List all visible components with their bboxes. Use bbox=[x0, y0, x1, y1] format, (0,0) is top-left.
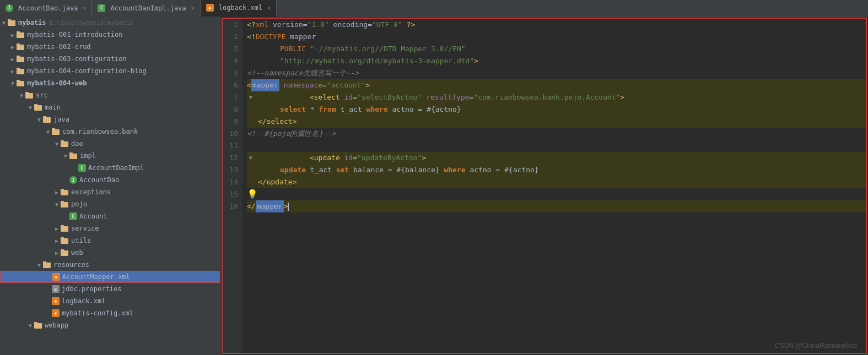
t2: encoding= bbox=[329, 19, 372, 31]
sidebar-item-webapp[interactable]: ▼ webapp bbox=[0, 319, 220, 331]
root-arrow: ▼ bbox=[0, 20, 8, 26]
tag-update: update bbox=[314, 152, 340, 164]
v-id: "selectByActno" bbox=[357, 91, 422, 103]
xml-icon-account-mapper: ✱ bbox=[52, 273, 60, 281]
sql-balance: balance = #{balance} bbox=[349, 164, 444, 176]
folder-icon-pojo bbox=[61, 201, 69, 207]
tab-logback-close[interactable]: ✕ bbox=[267, 5, 271, 11]
sidebar-item-mybatis-root[interactable]: ▼ mybatis E:\Java\mybatis\mybatis bbox=[0, 17, 220, 29]
sidebar-item-resources[interactable]: ▼ resources bbox=[0, 259, 220, 271]
code-line-11 bbox=[247, 140, 866, 152]
svg-rect-13 bbox=[25, 92, 29, 94]
root-label: mybatis bbox=[18, 19, 46, 26]
sidebar[interactable]: ▼ mybatis E:\Java\mybatis\mybatis ▶ myba… bbox=[0, 17, 220, 355]
main-layout: ▼ mybatis E:\Java\mybatis\mybatis ▶ myba… bbox=[0, 17, 868, 355]
code-line-6: <mapper namespace="account"> bbox=[247, 79, 866, 91]
bracket-upd-end-open: </ bbox=[258, 176, 267, 188]
folder-icon-003 bbox=[17, 56, 25, 62]
tab-account-dao-close[interactable]: ✕ bbox=[83, 5, 86, 11]
code-line-5: <!--namespace先随意写一个--> bbox=[247, 67, 866, 79]
svg-rect-5 bbox=[17, 43, 20, 46]
svg-rect-25 bbox=[61, 189, 64, 191]
folder-icon-java bbox=[43, 116, 52, 123]
folder-icon-utils bbox=[61, 237, 69, 244]
code-area[interactable]: <?xml version="1.0" encoding="UTF-8" ?> … bbox=[242, 19, 866, 353]
tab-account-dao-impl-close[interactable]: ✕ bbox=[191, 5, 195, 11]
svg-rect-33 bbox=[61, 249, 64, 252]
arrow-004-web: ▼ bbox=[9, 80, 17, 86]
label-jdbc: jdbc.properties bbox=[62, 285, 121, 293]
code-line-7: ▼ <select id="selectByActno" resultType=… bbox=[247, 91, 866, 103]
label-account-dao-impl: AccountDaoImpl bbox=[88, 164, 144, 172]
kw-public: PUBLIC bbox=[280, 43, 306, 55]
text-cursor bbox=[288, 203, 289, 211]
code-line-8: select * from t_act where actno = #{actn… bbox=[247, 103, 866, 116]
sidebar-item-004-blog[interactable]: ▶ mybatis-004-configuration-blog bbox=[0, 65, 220, 77]
sidebar-item-account-dao[interactable]: I AccountDao bbox=[0, 174, 220, 186]
sidebar-item-service[interactable]: ▶ service bbox=[0, 222, 220, 234]
sidebar-item-main[interactable]: ▼ main bbox=[0, 101, 220, 113]
sidebar-item-impl[interactable]: ▼ impl bbox=[0, 150, 220, 162]
xml-icon-mybatis-config: ✱ bbox=[52, 309, 60, 317]
t-upd bbox=[340, 152, 344, 164]
sidebar-item-exceptions[interactable]: ▶ exceptions bbox=[0, 186, 220, 198]
tag-select: select bbox=[314, 91, 340, 103]
label-logback: logback.xml bbox=[62, 297, 105, 305]
code-line-9: </select> bbox=[247, 116, 866, 128]
tab-logback[interactable]: ✱ logback.xml ✕ bbox=[201, 0, 277, 17]
label-resources: resources bbox=[53, 261, 89, 269]
arrow-exceptions: ▶ bbox=[53, 189, 61, 195]
sidebar-item-src[interactable]: ▼ src bbox=[0, 89, 220, 101]
kw-xml: xml bbox=[256, 19, 268, 31]
sidebar-item-account[interactable]: C Account bbox=[0, 210, 220, 222]
arrow-utils: ▶ bbox=[53, 238, 61, 244]
tag-select-close: select bbox=[267, 116, 293, 128]
sidebar-item-003[interactable]: ▶ mybatis-003-configuration bbox=[0, 53, 220, 65]
mapper-close-hl: mapper bbox=[256, 200, 284, 212]
eq-rt: = bbox=[470, 91, 474, 103]
label-002: mybatis-002-crud bbox=[27, 43, 91, 51]
label-java: java bbox=[53, 116, 69, 123]
arrow-002: ▶ bbox=[9, 44, 17, 50]
tab-account-dao[interactable]: I AccountDao.java ✕ bbox=[0, 0, 92, 17]
editor-content[interactable]: 1 2 3 4 5 6 7 8 9 10 11 12 13 14 15 16 bbox=[222, 18, 867, 354]
bracket-sel-end-open: </ bbox=[258, 116, 267, 128]
props-icon-jdbc: ≡ bbox=[52, 285, 60, 293]
folder-icon-service bbox=[61, 225, 69, 232]
bracket-mapper-close-tag: > bbox=[365, 79, 370, 91]
v1: "1.0" bbox=[308, 19, 329, 31]
bracket-doctype: <! bbox=[247, 31, 256, 43]
comment-pojo: <!--#{pojo的属性名}--> bbox=[247, 128, 336, 140]
eq-ns: = bbox=[322, 79, 327, 91]
tab-account-dao-impl[interactable]: C AccountDaoImpl.java ✕ bbox=[92, 0, 200, 17]
sidebar-item-mybatis-config[interactable]: ✱ mybatis-config.xml bbox=[0, 307, 220, 319]
sidebar-item-dao[interactable]: ▼ dao bbox=[0, 138, 220, 150]
sidebar-item-002[interactable]: ▶ mybatis-002-crud bbox=[0, 41, 220, 53]
sidebar-item-com[interactable]: ▼ com.rianbowsea.bank bbox=[0, 125, 220, 138]
bracket-1: <? bbox=[247, 19, 256, 31]
tab-account-dao-label: AccountDao.java bbox=[18, 4, 78, 12]
label-com: com.rianbowsea.bank bbox=[62, 128, 138, 135]
sidebar-item-account-mapper[interactable]: ✱ AccountMapper.xml bbox=[0, 271, 220, 283]
svg-rect-11 bbox=[17, 80, 20, 82]
label-001: mybatis-001-introduction bbox=[27, 31, 122, 39]
watermark: CSDN @ChinaRainbowSea bbox=[775, 342, 857, 349]
sidebar-item-001[interactable]: ▶ mybatis-001-introduction bbox=[0, 29, 220, 41]
sidebar-item-logback[interactable]: ✱ logback.xml bbox=[0, 295, 220, 307]
v-rt: "com.rianbowsea.bank.pojo.Account" bbox=[473, 91, 620, 103]
sidebar-item-utils[interactable]: ▶ utils bbox=[0, 234, 220, 247]
sql-where2: where bbox=[444, 164, 465, 176]
class-icon-account-dao-impl: C bbox=[78, 164, 86, 172]
sidebar-item-jdbc-props[interactable]: ≡ jdbc.properties bbox=[0, 283, 220, 295]
sidebar-item-004-web[interactable]: ▼ mybatis-004-web bbox=[0, 77, 220, 89]
label-account: Account bbox=[79, 212, 107, 220]
tab-logback-label: logback.xml bbox=[219, 4, 262, 12]
sidebar-item-pojo[interactable]: ▼ pojo bbox=[0, 198, 220, 210]
sidebar-item-java[interactable]: ▼ java bbox=[0, 113, 220, 125]
svg-rect-15 bbox=[34, 104, 37, 106]
arrow-impl: ▼ bbox=[62, 153, 69, 159]
bracket-end: ?> bbox=[407, 19, 416, 31]
sidebar-item-account-dao-impl[interactable]: C AccountDaoImpl bbox=[0, 162, 220, 174]
sidebar-item-web[interactable]: ▶ web bbox=[0, 247, 220, 259]
folder-icon-004-blog bbox=[17, 68, 25, 74]
